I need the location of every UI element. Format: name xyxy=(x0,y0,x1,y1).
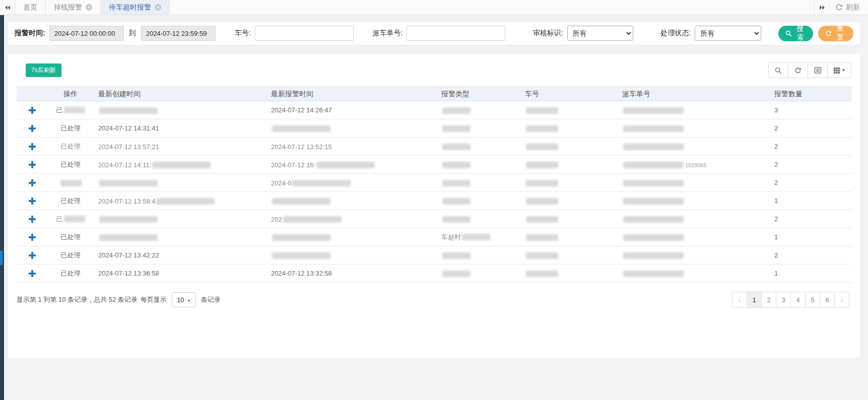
table-row: 已处理2024-07-12 14:11:2024-07-12 16:102906… xyxy=(17,156,851,174)
search-button-label: 搜索 xyxy=(794,24,807,42)
cell-alarm-count: 2 xyxy=(769,210,851,228)
redacted-block xyxy=(623,271,684,277)
vehicle-number-input[interactable] xyxy=(255,26,354,41)
collapsed-sidebar[interactable] xyxy=(0,15,4,400)
redacted-block xyxy=(272,198,330,205)
double-chevron-right-icon xyxy=(819,4,826,11)
cell-expand xyxy=(17,264,48,283)
cell-cr xyxy=(93,228,266,246)
cell-ty xyxy=(436,174,520,192)
expand-row-icon[interactable] xyxy=(29,125,36,132)
tab-offline-alarm[interactable]: 掉线报警 × xyxy=(46,0,101,15)
next-page-button[interactable]: › xyxy=(834,292,849,308)
redacted-block xyxy=(526,234,558,241)
redacted-block xyxy=(442,252,471,259)
tabbar-spacer xyxy=(170,0,814,15)
handle-status-select[interactable]: 所有 xyxy=(695,26,761,41)
close-icon[interactable]: × xyxy=(86,4,92,11)
redacted-block xyxy=(442,144,471,150)
table-row: 已处理2024-07-12 13:42:222 xyxy=(17,246,851,264)
cell-ty xyxy=(436,156,520,174)
close-icon[interactable]: × xyxy=(155,4,161,11)
cell-alarm-count: 2 xyxy=(769,156,851,174)
cell-st: 已处理 xyxy=(48,119,93,138)
tab-home[interactable]: 首页 xyxy=(15,0,46,15)
page-button-6[interactable]: 6 xyxy=(820,292,835,308)
redacted-block xyxy=(316,162,375,168)
cell-ve xyxy=(520,119,617,138)
start-time-input[interactable] xyxy=(49,26,124,41)
sidebar-accent xyxy=(0,251,3,265)
expand-row-icon[interactable] xyxy=(29,234,36,241)
reset-button[interactable]: 重置 xyxy=(818,26,853,41)
header-alarm-type: 报警类型 xyxy=(436,87,520,101)
page-button-4[interactable]: 4 xyxy=(790,292,806,308)
expand-row-icon[interactable] xyxy=(29,143,36,150)
cell-ty: 车超时 xyxy=(436,228,520,246)
cell-al: 2024-07-12 16: xyxy=(266,156,436,174)
search-icon xyxy=(775,67,782,74)
page-size-label: 每页显示 xyxy=(141,295,167,304)
cell-expand xyxy=(17,228,48,246)
refresh-icon xyxy=(794,67,802,74)
refresh-label: 刷新 xyxy=(846,3,860,12)
expand-row-icon[interactable] xyxy=(29,179,36,186)
table-row: 2024-02 xyxy=(17,174,851,192)
dispatch-order-input[interactable] xyxy=(407,26,505,41)
expand-row-icon[interactable] xyxy=(29,270,36,277)
expand-row-icon[interactable] xyxy=(29,107,36,114)
redacted-block xyxy=(272,234,330,241)
end-time-input[interactable] xyxy=(141,26,216,41)
show-search-button[interactable] xyxy=(768,62,788,78)
double-chevron-left-icon xyxy=(4,4,11,11)
expand-row-icon[interactable] xyxy=(29,161,36,168)
table-header-row: 操作 最新创建时间 最新报警时间 报警类型 车号 派车单号 报警数量 xyxy=(17,87,851,101)
redacted-block xyxy=(526,271,558,277)
expand-row-icon[interactable] xyxy=(29,216,36,223)
cell-st: 已 xyxy=(48,101,93,119)
cell-expand xyxy=(17,192,48,210)
redacted-block xyxy=(623,162,684,168)
redacted-block xyxy=(442,271,471,277)
redacted-block xyxy=(623,234,684,241)
auto-refresh-countdown-button[interactable]: 7s后刷新 xyxy=(26,63,61,77)
redacted-block xyxy=(623,216,684,223)
redacted-block xyxy=(623,125,684,132)
search-button[interactable]: 搜索 xyxy=(778,26,814,41)
redacted-block xyxy=(526,198,558,205)
cell-al xyxy=(266,246,436,264)
header-dispatch-order-number: 派车单号 xyxy=(617,87,769,101)
page-button-5[interactable]: 5 xyxy=(805,292,820,308)
audit-flag-select[interactable]: 所有 xyxy=(567,26,634,41)
cell-alarm-count: 3 xyxy=(769,101,851,119)
cell-cr: 2024-07-12 13:42:22 xyxy=(93,246,266,264)
cell-ve xyxy=(520,228,617,246)
scroll-tabs-left-button[interactable] xyxy=(0,0,15,15)
alarm-table: 操作 最新创建时间 最新报警时间 报警类型 车号 派车单号 报警数量 已2024… xyxy=(17,87,851,283)
cell-expand xyxy=(17,246,48,264)
toggle-detail-view-button[interactable] xyxy=(808,62,828,78)
page-button-2[interactable]: 2 xyxy=(761,292,776,308)
prev-page-button[interactable]: ‹ xyxy=(732,292,747,308)
columns-dropdown-button[interactable]: ▼ xyxy=(827,62,851,78)
cell-cr: 2024-07-12 14:31:41 xyxy=(93,119,266,138)
refresh-table-button[interactable] xyxy=(788,62,808,78)
header-operation: 操作 xyxy=(48,87,93,101)
expand-row-icon[interactable] xyxy=(29,252,36,259)
tab-label: 停车超时报警 xyxy=(109,3,151,12)
page-button-1[interactable]: 1 xyxy=(747,292,762,308)
header-latest-alarm-time: 最新报警时间 xyxy=(266,87,436,101)
scroll-tabs-right-button[interactable] xyxy=(814,0,829,15)
expand-row-icon[interactable] xyxy=(29,197,36,205)
tab-parking-timeout-alarm[interactable]: 停车超时报警 × xyxy=(101,0,170,15)
search-icon xyxy=(785,30,792,37)
cell-cr xyxy=(93,210,266,228)
vehicle-number-label: 车号: xyxy=(235,29,251,38)
refresh-tab-button[interactable]: 刷新 xyxy=(829,0,868,15)
cell-cr xyxy=(93,174,266,192)
cell-ty xyxy=(436,210,520,228)
page-size-dropdown[interactable]: 10 ▲ xyxy=(172,292,196,307)
redacted-block xyxy=(526,107,558,114)
page-button-3[interactable]: 3 xyxy=(776,292,791,308)
columns-grid-icon xyxy=(833,67,840,74)
